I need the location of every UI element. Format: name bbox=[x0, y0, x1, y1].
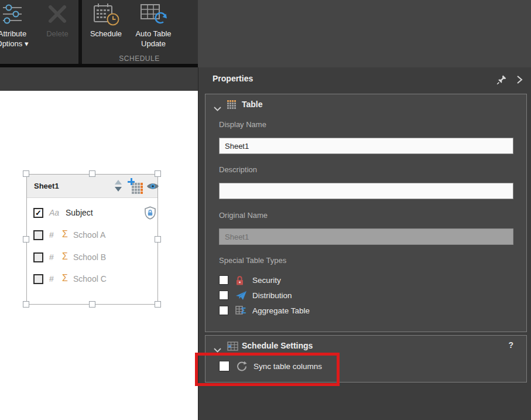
delete-button[interactable]: Delete bbox=[36, 2, 78, 39]
pin-icon[interactable] bbox=[496, 74, 507, 85]
security-lock-icon bbox=[235, 275, 247, 286]
description-input[interactable] bbox=[219, 183, 513, 199]
grid-icon bbox=[132, 183, 143, 194]
selection-handle[interactable] bbox=[155, 301, 161, 308]
selection-handle[interactable] bbox=[155, 170, 161, 177]
display-name-input[interactable] bbox=[219, 138, 513, 154]
special-table-types-label: Special Table Types bbox=[219, 256, 286, 265]
number-type-icon: # bbox=[49, 230, 62, 240]
attribute-options-label-line2: Options ▾ bbox=[0, 39, 44, 49]
field-row-school-a[interactable]: # Σ School A bbox=[28, 225, 157, 246]
aggregate-table-option-row[interactable]: Σ Aggregate Table bbox=[205, 305, 527, 318]
table-card-title: Sheet1 bbox=[34, 175, 59, 197]
plus-icon-bar bbox=[131, 178, 132, 185]
aggregate-table-icon: Σ bbox=[235, 306, 247, 316]
security-option-label: Security bbox=[252, 276, 281, 285]
add-column-grid-icon[interactable] bbox=[128, 178, 143, 194]
sync-table-columns-row[interactable]: Sync table columns bbox=[205, 360, 527, 373]
field-name: School C bbox=[73, 274, 107, 284]
security-option-row[interactable]: Security bbox=[205, 275, 527, 288]
delete-label: Delete bbox=[36, 29, 78, 39]
properties-panel: Properties Table Display Name Descriptio… bbox=[198, 67, 531, 420]
selection-handle[interactable] bbox=[23, 170, 29, 177]
chevron-down-icon[interactable] bbox=[214, 344, 221, 355]
table-card-sheet1[interactable]: Sheet1 ✓ Aa Subject bbox=[26, 174, 158, 305]
auto-table-update-label-line2: Update bbox=[129, 39, 178, 49]
sync-table-columns-label: Sync table columns bbox=[253, 362, 322, 371]
field-checkbox[interactable]: ✓ bbox=[33, 208, 43, 218]
security-checkbox[interactable] bbox=[219, 275, 228, 285]
field-row-school-c[interactable]: # Σ School C bbox=[28, 269, 157, 290]
selection-handle[interactable] bbox=[23, 301, 29, 308]
number-type-icon: # bbox=[49, 274, 62, 284]
sync-table-columns-checkbox[interactable] bbox=[219, 361, 229, 371]
visibility-eye-icon[interactable] bbox=[146, 182, 159, 193]
table-section-icon bbox=[227, 100, 236, 109]
aggregate-table-option-label: Aggregate Table bbox=[252, 306, 310, 315]
schedule-button[interactable]: Schedule bbox=[84, 2, 128, 39]
schedule-settings-title: Schedule Settings bbox=[242, 341, 313, 350]
table-section: Table Display Name Description Original … bbox=[205, 94, 527, 332]
original-name-input bbox=[219, 228, 513, 245]
delete-x-icon bbox=[46, 3, 68, 28]
field-checkbox[interactable] bbox=[33, 274, 43, 284]
original-name-label: Original Name bbox=[219, 211, 268, 220]
sigma-metric-icon: Σ bbox=[62, 251, 71, 262]
field-name: School A bbox=[73, 230, 105, 240]
number-type-icon: # bbox=[49, 252, 62, 262]
schedule-label: Schedule bbox=[84, 29, 128, 39]
table-section-title: Table bbox=[242, 100, 263, 109]
schedule-settings-section: Schedule Settings ? Sync table columns bbox=[205, 335, 527, 383]
selection-handle[interactable] bbox=[23, 236, 29, 243]
sort-down-icon[interactable] bbox=[115, 187, 122, 192]
selection-handle[interactable] bbox=[155, 236, 161, 243]
field-name: School B bbox=[73, 252, 106, 262]
aggregate-table-checkbox[interactable] bbox=[219, 306, 228, 315]
field-row-subject[interactable]: ✓ Aa Subject bbox=[28, 203, 157, 224]
auto-table-update-label-line1: Auto Table bbox=[129, 29, 178, 39]
sigma-metric-icon: Σ bbox=[62, 273, 71, 284]
chevron-down-icon[interactable] bbox=[214, 103, 221, 114]
schedule-calendar-clock-icon bbox=[93, 2, 119, 29]
selection-handle[interactable] bbox=[89, 301, 95, 308]
security-shield-lock-icon bbox=[144, 206, 156, 222]
field-checkbox[interactable] bbox=[33, 230, 43, 240]
auto-table-update-icon bbox=[139, 2, 167, 29]
attribute-options-icon bbox=[1, 2, 24, 28]
distribution-option-label: Distribution bbox=[252, 291, 292, 300]
sort-order-buttons[interactable] bbox=[115, 180, 123, 192]
text-type-icon: Aa bbox=[49, 208, 62, 217]
sigma-metric-icon: Σ bbox=[62, 229, 71, 240]
distribution-checkbox[interactable] bbox=[219, 291, 228, 300]
schedule-settings-table-icon bbox=[227, 342, 238, 353]
sigma-icon: Σ bbox=[241, 306, 246, 315]
field-row-school-b[interactable]: # Σ School B bbox=[28, 247, 157, 268]
app-window: Attribute Options ▾ Delete bbox=[0, 0, 531, 420]
sync-refresh-icon bbox=[237, 361, 248, 371]
table-card-header[interactable]: Sheet1 bbox=[27, 175, 157, 198]
distribution-paper-plane-icon bbox=[235, 291, 247, 301]
ribbon: Attribute Options ▾ Delete bbox=[0, 0, 531, 67]
field-checkbox[interactable] bbox=[33, 252, 43, 262]
collapse-panel-chevron-icon[interactable] bbox=[516, 75, 523, 84]
auto-table-update-button[interactable]: Auto Table Update bbox=[129, 2, 178, 49]
help-icon[interactable]: ? bbox=[508, 340, 513, 350]
display-name-label: Display Name bbox=[219, 120, 266, 129]
ribbon-group-label-schedule: SCHEDULE bbox=[82, 54, 197, 63]
description-label: Description bbox=[219, 165, 257, 174]
distribution-option-row[interactable]: Distribution bbox=[205, 290, 527, 303]
selection-handle[interactable] bbox=[89, 170, 95, 177]
field-name: Subject bbox=[66, 208, 93, 217]
properties-panel-title: Properties bbox=[213, 74, 253, 83]
sort-up-icon[interactable] bbox=[115, 180, 122, 185]
toolbar-substrip bbox=[0, 67, 198, 91]
